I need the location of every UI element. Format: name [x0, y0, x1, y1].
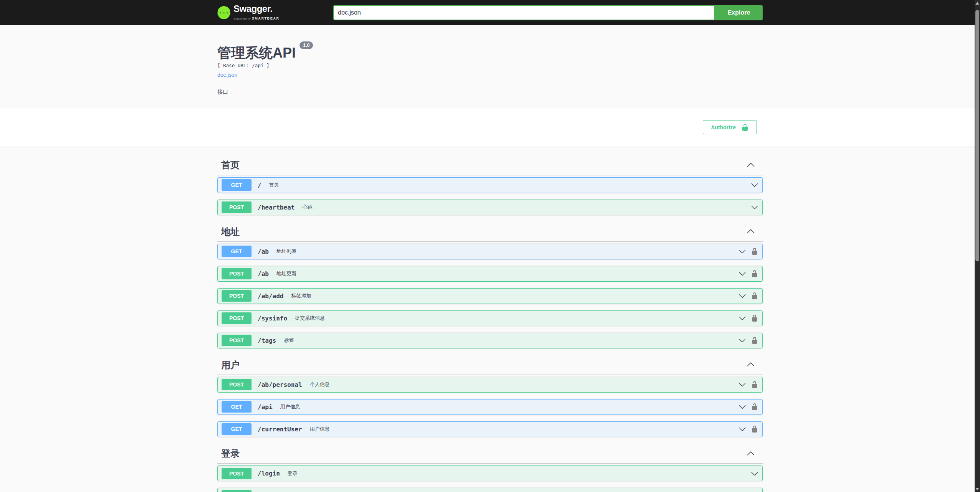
operation-row[interactable]: GET /api 用户信息: [217, 399, 763, 415]
chevron-up-icon[interactable]: [747, 449, 755, 458]
method-badge: POST: [222, 268, 252, 279]
method-badge: POST: [222, 490, 252, 492]
tag-section: 地址 GET /ab 地址列表 POST /ab 地址更新 POST: [217, 222, 763, 348]
scrollbar-down-button[interactable]: [975, 486, 980, 492]
op-summary: 地址列表: [276, 248, 296, 255]
operation-row[interactable]: POST /ab/personal 个人信息: [217, 377, 763, 393]
info-section: 管理系统API1.0 [ Base URL: /api ] doc.json 接…: [0, 25, 980, 108]
lock-icon[interactable]: [751, 337, 758, 344]
operation-row[interactable]: POST /sysinfo 提交系统信息: [217, 310, 763, 326]
chevron-down-icon[interactable]: [738, 381, 746, 388]
lock-icon[interactable]: [751, 248, 758, 255]
section-rows: POST /ab/personal 个人信息 GET /api 用户信息 GET…: [217, 377, 763, 437]
base-url: [ Base URL: /api ]: [217, 63, 763, 68]
chevron-down-icon[interactable]: [738, 314, 746, 322]
lock-icon[interactable]: [751, 425, 758, 433]
op-path: /ab: [258, 248, 269, 255]
swagger-logo[interactable]: {···} Swagger. Supported bySMARTBEAR: [217, 4, 280, 21]
chevron-down-icon[interactable]: [751, 181, 758, 189]
op-summary: 用户信息: [310, 426, 330, 433]
op-path: /ab/personal: [258, 381, 302, 388]
op-summary: 个人信息: [310, 381, 330, 388]
op-summary: 用户信息: [280, 403, 300, 410]
method-badge: POST: [222, 312, 252, 324]
section-header[interactable]: 首页: [217, 155, 763, 175]
method-badge: GET: [222, 401, 252, 413]
lock-icon[interactable]: [751, 270, 758, 277]
swagger-logo-icon: {···}: [217, 6, 230, 19]
section-title: 首页: [221, 159, 240, 171]
section-header[interactable]: 登录: [217, 444, 763, 464]
chevron-down-icon[interactable]: [738, 248, 746, 255]
operation-row[interactable]: GET /ab 地址列表: [217, 244, 763, 259]
chevron-down-icon[interactable]: [738, 337, 746, 344]
lock-icon[interactable]: [751, 314, 758, 322]
tag-section: 首页 GET / 首页 POST /heartbeat 心跳: [217, 155, 763, 215]
operation-row[interactable]: POST /login/outLogin 退出登录: [217, 488, 763, 492]
method-badge: GET: [222, 423, 252, 435]
brand-name: Swagger.: [233, 4, 280, 13]
section-rows: GET /ab 地址列表 POST /ab 地址更新 POST /ab/add …: [217, 244, 763, 348]
authorize-button[interactable]: Authorize: [703, 120, 757, 134]
section-rows: POST /login 登录 POST /login/outLogin 退出登录: [217, 466, 763, 492]
chevron-up-icon[interactable]: [747, 161, 755, 169]
chevron-up-icon[interactable]: [747, 227, 755, 236]
scrollbar-up-button[interactable]: [975, 0, 980, 6]
version-badge: 1.0: [300, 41, 313, 49]
operations: 首页 GET / 首页 POST /heartbeat 心跳 地址: [210, 147, 770, 492]
search-input[interactable]: [333, 5, 715, 20]
operation-row[interactable]: POST /ab 地址更新: [217, 266, 763, 282]
op-path: /api: [258, 403, 273, 411]
download-url-form: Explore: [333, 5, 763, 20]
explore-button[interactable]: Explore: [715, 5, 763, 20]
section-rows: GET / 首页 POST /heartbeat 心跳: [217, 177, 763, 215]
operation-row[interactable]: POST /login 登录: [217, 466, 763, 481]
chevron-down-icon[interactable]: [738, 292, 746, 300]
scrollbar[interactable]: [975, 0, 980, 492]
scrollbar-thumb[interactable]: [975, 10, 979, 261]
svg-text:{···}: {···}: [217, 10, 230, 16]
chevron-down-icon[interactable]: [738, 270, 746, 277]
page-title: 管理系统API1.0: [217, 45, 763, 61]
chevron-down-icon[interactable]: [751, 470, 758, 477]
lock-icon[interactable]: [751, 292, 758, 300]
doc-json-link[interactable]: doc.json: [217, 72, 237, 78]
op-path: /sysinfo: [258, 315, 287, 322]
section-header[interactable]: 地址: [217, 222, 763, 242]
operation-row[interactable]: GET /currentUser 用户信息: [217, 421, 763, 437]
api-description: 接口: [217, 89, 763, 96]
api-title-text: 管理系统API: [217, 45, 296, 61]
chevron-down-icon[interactable]: [738, 403, 746, 411]
scheme-container: Authorize: [0, 108, 980, 147]
chevron-up-icon[interactable]: [747, 360, 755, 369]
op-path: /currentUser: [258, 426, 302, 433]
operation-row[interactable]: POST /ab/add 标签添加: [217, 288, 763, 304]
op-path: /ab: [258, 270, 269, 277]
chevron-down-icon[interactable]: [751, 203, 758, 211]
op-summary: 首页: [269, 182, 279, 188]
unlock-icon: [741, 124, 749, 131]
method-badge: POST: [222, 335, 252, 346]
method-badge: POST: [222, 379, 252, 390]
op-path: /ab/add: [258, 292, 283, 300]
op-path: /heartbeat: [258, 204, 295, 211]
method-badge: POST: [222, 290, 252, 302]
lock-icon[interactable]: [751, 381, 758, 388]
section-title: 用户: [221, 359, 240, 371]
op-summary: 标签: [284, 337, 294, 344]
chevron-down-icon[interactable]: [738, 425, 746, 433]
operation-row[interactable]: POST /heartbeat 心跳: [217, 200, 763, 215]
tag-section: 用户 POST /ab/personal 个人信息 GET /api 用户信息: [217, 355, 763, 437]
op-summary: 地址更新: [276, 270, 296, 277]
op-path: /: [258, 182, 262, 189]
section-title: 登录: [221, 447, 240, 459]
operation-row[interactable]: GET / 首页: [217, 177, 763, 193]
op-summary: 提交系统信息: [295, 315, 325, 322]
lock-icon[interactable]: [751, 403, 758, 411]
op-path: /login: [258, 470, 280, 477]
method-badge: POST: [222, 201, 252, 213]
section-header[interactable]: 用户: [217, 355, 763, 375]
operation-row[interactable]: POST /tags 标签: [217, 333, 763, 348]
brand-subtitle: Supported bySMARTBEAR: [233, 15, 280, 21]
op-summary: 心跳: [302, 204, 312, 211]
